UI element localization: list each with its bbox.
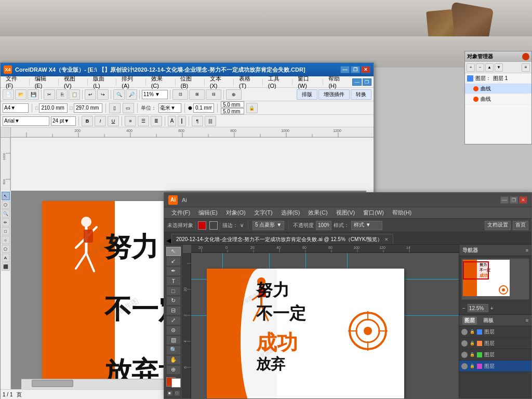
open-btn[interactable]: 📂 (15, 89, 26, 100)
cut-btn[interactable]: ✂ (44, 89, 55, 100)
ai-layer-eye-2[interactable] (461, 340, 468, 347)
ai-tool-text[interactable]: T (166, 276, 181, 286)
coreldraw-min-btn2[interactable]: — (352, 78, 361, 86)
menu-tools[interactable]: 工具(O) (265, 74, 290, 90)
om-delete-layer[interactable]: − (476, 63, 484, 72)
ai-tab-file[interactable]: 2020-12-14-文化墙-企业理念-努力不一定成功放弃肯定会失败.ai @ … (171, 234, 393, 244)
paste-btn[interactable]: 📋 (69, 89, 80, 100)
ai-menu-view[interactable]: 视图(V) (333, 208, 358, 218)
underline-btn[interactable]: U (108, 116, 119, 126)
ai-layer-item-4[interactable]: 🔒 图层 (459, 361, 531, 372)
ai-menu-edit[interactable]: 编辑(E) (195, 208, 221, 218)
cd-tool-zoom[interactable]: 🔍 (2, 209, 10, 218)
menu-edit[interactable]: 编辑(E) (32, 74, 56, 90)
om-item-curve1[interactable]: 曲线 (465, 84, 531, 94)
paiban-btn[interactable]: 排版 (297, 89, 317, 100)
coreldraw-restore-btn[interactable]: ❐ (351, 66, 360, 73)
font-dropdown[interactable]: Arial▼ (3, 116, 49, 126)
ai-zoom-input[interactable] (468, 304, 488, 312)
size1-input[interactable] (221, 101, 244, 108)
ai-menu-file[interactable]: 文件(F) (168, 208, 193, 218)
ai-menu-object[interactable]: 对象(O) (223, 208, 249, 218)
height-input[interactable] (74, 103, 102, 113)
ai-opacity-input[interactable] (316, 221, 331, 230)
menu-text[interactable]: 文本(X) (207, 74, 231, 90)
ai-tab-close[interactable]: ✕ (384, 237, 389, 242)
coreldraw-minimize-btn[interactable]: — (340, 66, 350, 73)
ai-tool-select[interactable]: ↖ (166, 247, 181, 256)
ai-menu-help[interactable]: 帮助(H) (389, 208, 415, 218)
cd-tool-shape[interactable]: ⬡ (2, 201, 10, 209)
menu-view[interactable]: 视图(V) (61, 74, 85, 90)
copy-btn[interactable]: ⎘ (56, 89, 68, 100)
ai-artboard-tab[interactable]: 画板 (481, 316, 496, 325)
ai-tool-hand[interactable]: ✋ (166, 355, 181, 365)
ai-tool-eyedrop[interactable]: 🔍 (166, 345, 181, 355)
ai-layer-eye-3[interactable] (461, 352, 468, 358)
om-item-layer1[interactable]: 图层： 图层 1 (465, 73, 531, 84)
ai-layer-tab[interactable]: 图层 (462, 316, 477, 325)
new-btn[interactable]: 📄 (3, 89, 14, 100)
ai-bg-color[interactable] (171, 378, 181, 388)
ai-tool-direct[interactable]: ↙ (166, 257, 181, 266)
ai-zoom-minus[interactable]: − (462, 305, 466, 311)
menu-arrange[interactable]: 排列(A) (118, 74, 143, 90)
text-style-btn[interactable]: | (178, 116, 186, 126)
ai-tool-mirror[interactable]: ⊟ (166, 306, 181, 315)
zoom-fit-btn[interactable]: ⊡ (172, 89, 188, 100)
ai-tool-warp[interactable]: ⊜ (166, 326, 181, 335)
align-left-btn[interactable]: ≡ (125, 116, 136, 126)
para-btn[interactable]: ¶ (192, 116, 203, 126)
ai-nav-viewport[interactable] (463, 261, 489, 280)
ai-points-dropdown[interactable]: 5 点菱形 ▼ (252, 221, 284, 230)
menu-table[interactable]: 表格(T) (236, 74, 260, 90)
menu-file[interactable]: 文件(F) (3, 74, 27, 90)
ai-menu-effects[interactable]: 效果(C) (305, 208, 330, 218)
ai-style-dropdown[interactable]: 样式 ▼ (351, 221, 382, 230)
ai-fill-mode[interactable]: ■ (167, 390, 173, 396)
om-move-up[interactable]: ▲ (485, 63, 494, 72)
cd-tool-fill[interactable]: ⬛ (2, 262, 10, 271)
columns-btn[interactable]: ||| (205, 116, 216, 126)
size2-input[interactable] (221, 108, 244, 114)
cd-scroll-thumb-h[interactable] (32, 380, 73, 387)
paper-size-dropdown[interactable]: A4 ▼ (3, 103, 29, 113)
group-btn[interactable]: ⊕ (226, 89, 242, 100)
menu-help[interactable]: 帮助(H) (325, 74, 350, 90)
ai-layers-menu[interactable]: ≡ (526, 318, 528, 323)
om-move-down[interactable]: ▼ (495, 63, 503, 72)
landscape-btn[interactable]: ▭ (123, 103, 134, 113)
ai-tool-scale[interactable]: ⤢ (166, 316, 181, 325)
ai-layer-eye-1[interactable] (461, 329, 468, 335)
cd-tool-polygon[interactable]: ⬠ (2, 245, 10, 253)
bold-btn[interactable]: B (82, 116, 93, 126)
ai-minimize-btn[interactable]: — (500, 196, 509, 204)
cd-tool-ellipse[interactable]: ○ (2, 236, 10, 244)
ai-stroke-color[interactable] (209, 221, 218, 230)
nudge-input[interactable] (193, 103, 214, 113)
unit-dropdown[interactable]: 毫米▼ (158, 103, 181, 113)
ai-menu-text[interactable]: 文字(T) (251, 208, 276, 218)
zoom-dropdown[interactable]: 11% ▼ (142, 90, 168, 99)
fontsize-dropdown[interactable]: 24 pt▼ (51, 116, 76, 126)
zoom-btn[interactable]: 🔍 (113, 89, 125, 100)
cd-tool-text[interactable]: A (2, 254, 10, 262)
ai-layer-item-3[interactable]: 🔒 图层 (459, 349, 531, 361)
om-item-curve2[interactable]: 曲线 (465, 94, 531, 104)
ai-first-btn[interactable]: 首页 (513, 221, 528, 230)
ai-tool-zoom[interactable]: ⊕ (166, 365, 181, 375)
ai-doc-settings-btn[interactable]: 文档设置 (485, 221, 511, 230)
cd-tool-select[interactable]: ↖ (2, 192, 10, 200)
zhuanhuan-btn[interactable]: 转换 (351, 89, 371, 100)
ai-layer-item-1[interactable]: 🔒 图层 (459, 326, 531, 338)
menu-layout[interactable]: 版面(L) (90, 74, 114, 90)
ai-tool-rotate[interactable]: ↻ (166, 296, 181, 305)
save-btn[interactable]: 💾 (28, 89, 39, 100)
menu-bitmap[interactable]: 位图(B) (177, 74, 202, 90)
ai-nav-menu[interactable]: ≡ (526, 248, 528, 253)
ai-zoom-plus[interactable]: + (490, 305, 494, 311)
om-options[interactable]: ≡ (522, 63, 530, 72)
redo-btn[interactable]: ↪ (97, 89, 109, 100)
undo-btn[interactable]: ↩ (85, 89, 96, 100)
portrait-btn[interactable]: ▯ (109, 103, 121, 113)
